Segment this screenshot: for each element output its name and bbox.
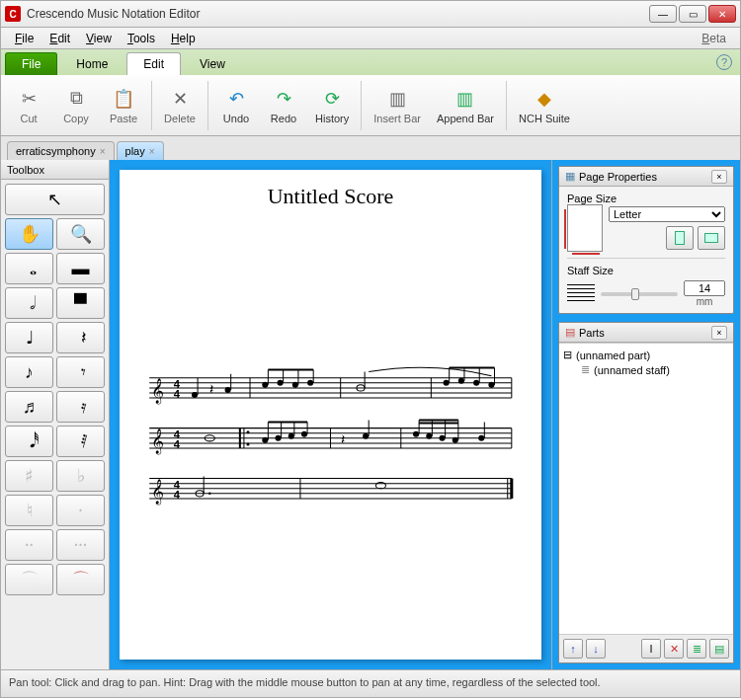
triple-dot-tool[interactable]: ··· bbox=[56, 529, 105, 561]
staff-size-label: Staff Size bbox=[567, 265, 725, 276]
svg-point-28 bbox=[444, 380, 450, 386]
pan-tool[interactable]: ✋ bbox=[5, 218, 53, 250]
copy-icon: ⧉ bbox=[64, 87, 88, 111]
eighth-rest-tool[interactable]: 𝄾 bbox=[56, 356, 105, 388]
page-properties-header: ▦ Page Properties × bbox=[559, 167, 733, 187]
move-down-button[interactable]: ↓ bbox=[586, 639, 606, 659]
nch-suite-icon: ◆ bbox=[533, 87, 556, 111]
svg-point-15 bbox=[225, 387, 231, 393]
ribbon-tab-home[interactable]: Home bbox=[59, 52, 124, 75]
landscape-icon bbox=[704, 233, 718, 243]
menu-help[interactable]: Help bbox=[163, 32, 204, 45]
natural-tool[interactable]: ♮ bbox=[5, 495, 53, 526]
score-canvas[interactable]: Untitled Score 𝄞 44 𝄽 bbox=[110, 160, 552, 669]
beta-label: Beta bbox=[694, 32, 734, 45]
tie-tool[interactable]: ⌒ bbox=[5, 564, 53, 595]
parts-header: ▤ Parts × bbox=[559, 323, 733, 343]
score-title: Untitled Score bbox=[139, 184, 522, 209]
parts-panel: ▤ Parts × ⊟ (unnamed part) ≣ (unnamed st… bbox=[558, 322, 734, 663]
menu-view[interactable]: View bbox=[78, 32, 120, 45]
flat-tool[interactable]: ♭ bbox=[56, 460, 105, 492]
document-tabs: erraticsymphony× play× bbox=[0, 136, 741, 160]
half-rest-tool[interactable]: ▀ bbox=[56, 287, 105, 319]
history-button[interactable]: ⟳History bbox=[307, 85, 357, 126]
add-staff-button[interactable]: ≣ bbox=[687, 639, 706, 659]
minimize-button[interactable]: — bbox=[649, 5, 677, 23]
doc-tab-play[interactable]: play× bbox=[117, 141, 164, 160]
help-icon[interactable]: ? bbox=[716, 54, 732, 70]
rename-button[interactable]: I bbox=[641, 639, 661, 659]
quarter-rest-tool[interactable]: 𝄽 bbox=[56, 322, 105, 353]
parts-tree[interactable]: ⊟ (unnamed part) ≣ (unnamed staff) bbox=[559, 343, 733, 634]
nch-suite-button[interactable]: ◆NCH Suite bbox=[511, 85, 578, 126]
close-icon[interactable]: × bbox=[711, 170, 727, 184]
insert-bar-button[interactable]: ▥Insert Bar bbox=[366, 85, 429, 126]
landscape-button[interactable] bbox=[698, 226, 725, 250]
svg-text:𝄞: 𝄞 bbox=[151, 428, 164, 455]
add-part-button[interactable]: ▤ bbox=[709, 639, 729, 659]
menu-file[interactable]: File bbox=[7, 32, 41, 45]
parts-icon: ▤ bbox=[565, 326, 575, 339]
eighth-note-tool[interactable]: ♪ bbox=[5, 356, 53, 388]
delete-button[interactable]: ✕Delete bbox=[156, 85, 204, 126]
sixteenth-rest-tool[interactable]: 𝄿 bbox=[56, 391, 105, 423]
app-icon: C bbox=[5, 6, 21, 22]
staff-size-unit: mm bbox=[684, 296, 725, 307]
close-icon[interactable]: × bbox=[149, 146, 155, 157]
copy-button[interactable]: ⧉Copy bbox=[52, 85, 100, 126]
doc-tab-erraticsymphony[interactable]: erraticsymphony× bbox=[7, 141, 115, 160]
insert-bar-icon: ▥ bbox=[385, 87, 409, 111]
close-icon[interactable]: × bbox=[100, 146, 106, 157]
score-staves: 𝄞 44 𝄽 bbox=[139, 217, 522, 679]
paste-button[interactable]: 📋Paste bbox=[100, 85, 147, 126]
portrait-button[interactable] bbox=[666, 226, 694, 250]
undo-icon: ↶ bbox=[224, 87, 248, 111]
right-panels: ▦ Page Properties × Page Size Letter bbox=[552, 160, 740, 669]
thirtysecond-note-tool[interactable]: 𝅘𝅥𝅰 bbox=[5, 426, 53, 457]
svg-point-49 bbox=[246, 442, 249, 445]
double-dot-tool[interactable]: ·· bbox=[5, 529, 53, 561]
tree-row[interactable]: ≣ (unnamed staff) bbox=[563, 362, 729, 377]
zoom-tool[interactable]: 🔍 bbox=[56, 218, 105, 250]
dot-tool[interactable]: · bbox=[56, 495, 105, 526]
svg-text:𝄞: 𝄞 bbox=[151, 378, 164, 405]
move-up-button[interactable]: ↑ bbox=[563, 639, 583, 659]
select-tool[interactable]: ↖ bbox=[5, 184, 105, 215]
append-bar-button[interactable]: ▥Append Bar bbox=[429, 85, 502, 126]
close-icon[interactable]: × bbox=[711, 326, 727, 340]
delete-part-button[interactable]: ✕ bbox=[664, 639, 684, 659]
whole-rest-tool[interactable]: ▬ bbox=[56, 253, 105, 284]
slur-tool[interactable]: ⌒ bbox=[56, 564, 105, 595]
staff-size-input[interactable] bbox=[684, 280, 725, 296]
svg-text:𝄞: 𝄞 bbox=[151, 479, 164, 506]
quarter-note-tool[interactable]: ♩ bbox=[5, 322, 53, 353]
ribbon-tab-file[interactable]: File bbox=[5, 52, 57, 75]
svg-point-61 bbox=[363, 433, 369, 439]
tree-toggle-icon[interactable]: ⊟ bbox=[563, 349, 572, 361]
whole-note-tool[interactable]: 𝅝 bbox=[5, 253, 53, 284]
menu-edit[interactable]: Edit bbox=[41, 32, 78, 45]
svg-point-74 bbox=[478, 435, 484, 441]
maximize-button[interactable]: ▭ bbox=[679, 5, 706, 23]
clipboard-icon: 📋 bbox=[112, 87, 135, 111]
redo-button[interactable]: ↷Redo bbox=[260, 85, 307, 126]
sixteenth-note-tool[interactable]: ♬ bbox=[5, 391, 53, 423]
toolbox-header: Toolbox bbox=[1, 160, 109, 180]
ribbon-tab-view[interactable]: View bbox=[183, 52, 242, 75]
page-size-select[interactable]: Letter bbox=[609, 206, 725, 222]
menu-tools[interactable]: Tools bbox=[120, 32, 163, 45]
close-button[interactable]: ✕ bbox=[708, 5, 736, 23]
tree-row[interactable]: ⊟ (unnamed part) bbox=[563, 348, 729, 362]
svg-point-20 bbox=[307, 380, 313, 386]
half-note-tool[interactable]: 𝅗𝅥 bbox=[5, 287, 53, 319]
sharp-tool[interactable]: ♯ bbox=[5, 460, 53, 492]
app-title: Crescendo Music Notation Editor bbox=[27, 7, 649, 21]
cut-button[interactable]: ✂Cut bbox=[5, 85, 52, 126]
ribbon-tab-edit[interactable]: Edit bbox=[126, 52, 181, 75]
undo-button[interactable]: ↶Undo bbox=[212, 85, 260, 126]
svg-point-29 bbox=[458, 378, 464, 384]
toolbar: ✂Cut ⧉Copy 📋Paste ✕Delete ↶Undo ↷Redo ⟳H… bbox=[0, 75, 741, 136]
staff-size-slider[interactable] bbox=[601, 292, 678, 296]
thirtysecond-rest-tool[interactable]: 𝅀 bbox=[56, 426, 105, 457]
svg-point-65 bbox=[426, 433, 432, 439]
